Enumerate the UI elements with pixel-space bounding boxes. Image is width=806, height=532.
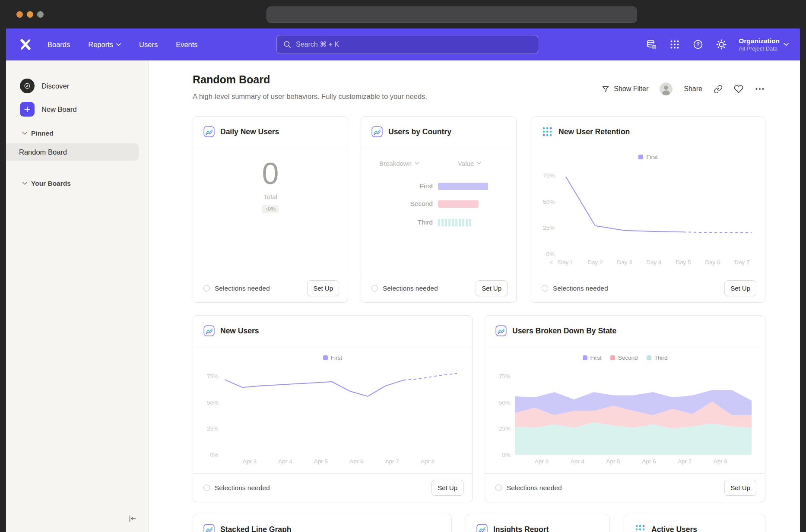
- data-management-icon[interactable]: [645, 38, 657, 51]
- global-search[interactable]: [276, 35, 538, 54]
- svg-text:50%: 50%: [207, 399, 219, 406]
- svg-text:50%: 50%: [543, 199, 555, 205]
- plus-icon: [20, 102, 35, 117]
- status-text: Selections needed: [542, 285, 608, 292]
- status-label: Selections needed: [215, 484, 270, 492]
- avatar[interactable]: [660, 82, 673, 95]
- svg-text:Day 4: Day 4: [646, 259, 662, 266]
- sidebar-section-your-boards[interactable]: Your Boards: [22, 180, 71, 187]
- card-daily-new-users: Daily New Users 0 Total ↑0% Selections n…: [193, 116, 348, 303]
- status-text: Selections needed: [203, 285, 270, 292]
- card-insights-report: Insights Report: [466, 514, 610, 532]
- row-label: First: [371, 182, 433, 190]
- setup-button[interactable]: Set Up: [724, 480, 756, 496]
- svg-text:Apr 7: Apr 7: [678, 458, 692, 465]
- status-label: Selections needed: [383, 285, 438, 292]
- setup-button[interactable]: Set Up: [432, 480, 463, 496]
- show-filter-label: Show Filter: [614, 85, 648, 93]
- status-label: Selections needed: [507, 484, 562, 492]
- bar-second: [438, 200, 479, 208]
- card-stacked-line-graph: Stacked Line Graph: [193, 514, 452, 532]
- setup-button[interactable]: Set Up: [307, 280, 339, 296]
- sidebar-item-random-board[interactable]: Random Board: [6, 143, 139, 161]
- chart-legend: First: [531, 154, 765, 160]
- setup-button[interactable]: Set Up: [724, 280, 756, 296]
- svg-text:75%: 75%: [207, 373, 219, 380]
- sidebar-item-label: Random Board: [19, 148, 67, 156]
- mixpanel-logo-icon[interactable]: [20, 39, 31, 50]
- svg-text:Day 5: Day 5: [676, 259, 691, 266]
- status-circle-icon: [495, 484, 502, 491]
- zoom-window-button[interactable]: [37, 11, 44, 18]
- close-window-button[interactable]: [16, 11, 23, 18]
- svg-text:75%: 75%: [543, 172, 555, 179]
- chevron-down-icon: [22, 132, 27, 135]
- nav-right-cluster: ? Organization All Project Data: [645, 28, 789, 60]
- line-chart-icon: [203, 126, 215, 137]
- svg-text:Apr 5: Apr 5: [314, 458, 328, 465]
- chart-legend: First: [193, 355, 472, 361]
- show-filter-button[interactable]: Show Filter: [601, 85, 648, 93]
- nav-item-label: Events: [176, 41, 197, 49]
- card-header: Active Users: [624, 514, 765, 532]
- content-area: Discover New Board Pinned Random Board: [6, 60, 800, 532]
- sidebar-item-new-board[interactable]: New Board: [20, 102, 77, 117]
- retention-chart: 0%25%50%75%Day 1Day 2Day 3Day 4Day 5Day …: [537, 162, 758, 269]
- nav-item-label: Boards: [48, 41, 70, 49]
- bar-first: [438, 183, 488, 190]
- svg-text:25%: 25%: [207, 425, 219, 432]
- search-input[interactable]: [296, 41, 532, 48]
- nav-item-boards[interactable]: Boards: [48, 41, 70, 49]
- card-footer: Selections needed Set Up: [361, 274, 516, 302]
- svg-text:Apr 6: Apr 6: [642, 458, 656, 465]
- nav-item-users[interactable]: Users: [139, 41, 158, 49]
- country-row: Second: [371, 200, 479, 208]
- chevron-down-icon: [415, 162, 419, 165]
- sidebar-item-label: New Board: [41, 105, 77, 114]
- breakdown-dropdown[interactable]: Breakdown: [379, 160, 419, 167]
- dropdown-label: Breakdown: [379, 160, 412, 167]
- svg-text:Day 2: Day 2: [587, 259, 603, 266]
- favorite-heart-icon[interactable]: [734, 84, 743, 94]
- dropdown-label: Value: [458, 160, 474, 167]
- divider: [361, 147, 516, 147]
- minimize-window-button[interactable]: [27, 11, 33, 18]
- apps-grid-icon[interactable]: [669, 38, 681, 51]
- svg-text:50%: 50%: [499, 399, 511, 406]
- value-dropdown[interactable]: Value: [458, 160, 481, 167]
- card-header: Users Broken Down By State: [485, 316, 765, 346]
- svg-text:Day 3: Day 3: [617, 259, 632, 266]
- svg-text:0%: 0%: [546, 251, 555, 257]
- card-title: Daily New Users: [220, 127, 279, 136]
- dots-grid-icon: [542, 126, 553, 137]
- more-options-icon[interactable]: [755, 84, 765, 94]
- url-bar[interactable]: [267, 6, 637, 23]
- svg-text:Apr 7: Apr 7: [385, 458, 399, 465]
- line-chart-icon: [476, 524, 488, 532]
- settings-gear-icon[interactable]: [715, 38, 727, 51]
- card-title: Active Users: [651, 525, 697, 532]
- nav-item-reports[interactable]: Reports: [88, 41, 121, 49]
- sidebar-section-pinned[interactable]: Pinned: [22, 130, 54, 137]
- status-text: Selections needed: [371, 285, 438, 292]
- sidebar-item-discover[interactable]: Discover: [20, 79, 69, 93]
- org-name: Organization: [739, 37, 780, 45]
- card-new-user-retention: New User Retention First 0%25%50%75%Day …: [531, 116, 765, 303]
- setup-button[interactable]: Set Up: [476, 280, 508, 296]
- card-title: Users Broken Down By State: [512, 326, 616, 336]
- nav-item-events[interactable]: Events: [176, 41, 197, 49]
- help-icon[interactable]: ?: [692, 38, 704, 51]
- bar-third: [438, 219, 473, 226]
- card-new-users: New Users First 0%25%50%75%Apr 3Apr 4Apr…: [193, 315, 473, 502]
- app-window: Boards Reports Users Events: [6, 28, 800, 532]
- collapse-sidebar-icon[interactable]: [127, 513, 138, 524]
- org-switcher[interactable]: Organization All Project Data: [739, 37, 789, 52]
- page-subtitle: A high-level summary of user behaviors. …: [193, 92, 427, 101]
- share-button[interactable]: Share: [684, 85, 702, 93]
- sidebar: Discover New Board Pinned Random Board: [6, 60, 149, 532]
- chevron-down-icon: [22, 182, 27, 185]
- card-title: Users by Country: [388, 127, 451, 136]
- chevron-down-icon: [116, 43, 121, 46]
- copy-link-icon[interactable]: [714, 85, 723, 94]
- card-header: New User Retention: [531, 117, 765, 147]
